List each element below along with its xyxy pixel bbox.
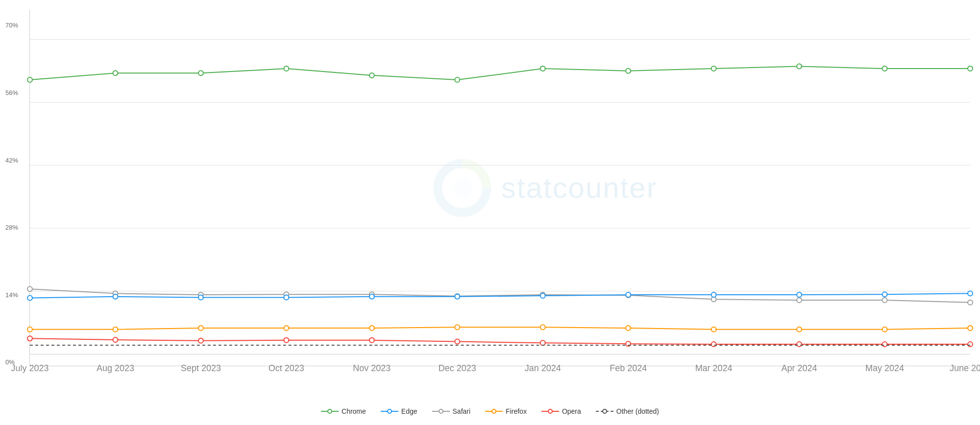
y-label-0: 0%: [5, 358, 15, 366]
svg-point-27: [626, 69, 631, 73]
svg-point-28: [711, 66, 716, 71]
svg-point-44: [27, 296, 32, 301]
legend-label-chrome: Chrome: [342, 407, 366, 415]
svg-point-47: [284, 295, 289, 300]
svg-point-54: [882, 292, 887, 297]
svg-point-30: [882, 66, 887, 71]
svg-point-49: [455, 294, 460, 299]
y-label-28: 28%: [5, 224, 18, 231]
legend-item-chrome: Chrome: [321, 407, 366, 415]
svg-point-69: [113, 337, 118, 342]
legend-label-opera: Opera: [562, 407, 581, 415]
svg-point-51: [626, 292, 631, 297]
svg-point-26: [540, 66, 545, 71]
svg-point-23: [284, 66, 289, 71]
svg-point-41: [797, 298, 802, 303]
chart-area: statcounter July 2023Aug 2023Sept 2023Oc…: [29, 10, 970, 366]
svg-point-57: [113, 327, 118, 332]
chart-svg: July 2023Aug 2023Sept 2023Oct 2023Nov 20…: [30, 10, 970, 366]
svg-point-65: [797, 327, 802, 332]
svg-text:Oct 2023: Oct 2023: [269, 363, 304, 373]
svg-text:Aug 2023: Aug 2023: [97, 363, 134, 373]
svg-point-52: [711, 292, 716, 297]
svg-point-24: [369, 73, 374, 78]
legend-item-safari: Safari: [432, 407, 471, 415]
y-label-42: 42%: [5, 156, 18, 164]
svg-point-60: [369, 326, 374, 331]
svg-point-21: [113, 71, 118, 75]
svg-point-32: [27, 286, 32, 291]
legend-label-firefox: Firefox: [506, 407, 527, 415]
svg-point-58: [198, 326, 203, 331]
y-label-70: 70%: [5, 22, 18, 29]
legend-item-other: Other (dotted): [596, 407, 659, 415]
svg-point-77: [797, 342, 802, 347]
legend-item-opera: Opera: [541, 407, 581, 415]
svg-text:Apr 2024: Apr 2024: [782, 363, 817, 373]
svg-point-20: [27, 77, 32, 82]
svg-point-78: [882, 342, 887, 347]
svg-text:Nov 2023: Nov 2023: [353, 363, 391, 373]
svg-point-76: [711, 342, 716, 347]
svg-point-55: [968, 291, 973, 296]
svg-point-64: [711, 327, 716, 332]
legend-item-firefox: Firefox: [485, 407, 527, 415]
svg-text:Jan 2024: Jan 2024: [525, 363, 561, 373]
svg-text:May 2024: May 2024: [865, 363, 904, 373]
svg-point-68: [27, 336, 32, 341]
svg-text:Mar 2024: Mar 2024: [695, 363, 733, 373]
svg-point-22: [198, 71, 203, 75]
svg-point-45: [113, 294, 118, 299]
svg-point-74: [540, 340, 545, 345]
svg-point-79: [968, 342, 973, 347]
svg-point-56: [27, 327, 32, 332]
svg-point-66: [882, 327, 887, 332]
svg-text:Feb 2024: Feb 2024: [610, 363, 647, 373]
svg-point-43: [968, 300, 973, 305]
legend: ChromeEdgeSafariFirefoxOperaOther (dotte…: [0, 407, 980, 415]
svg-point-72: [369, 338, 374, 343]
svg-point-42: [882, 298, 887, 303]
svg-point-46: [198, 295, 203, 300]
svg-point-53: [797, 292, 802, 297]
svg-text:June 2024: June 2024: [950, 363, 980, 373]
svg-point-59: [284, 326, 289, 331]
y-label-56: 56%: [5, 89, 18, 96]
chart-container: statcounter July 2023Aug 2023Sept 2023Oc…: [0, 0, 980, 425]
svg-text:Sept 2023: Sept 2023: [181, 363, 221, 373]
svg-point-61: [455, 325, 460, 330]
svg-text:Dec 2023: Dec 2023: [439, 363, 476, 373]
legend-item-edge: Edge: [381, 407, 417, 415]
svg-point-67: [968, 326, 973, 331]
svg-point-71: [284, 338, 289, 343]
legend-label-other: Other (dotted): [616, 407, 659, 415]
svg-point-62: [540, 325, 545, 330]
svg-point-63: [626, 326, 631, 331]
svg-point-50: [540, 293, 545, 298]
svg-point-73: [455, 339, 460, 344]
svg-point-31: [968, 66, 973, 71]
legend-label-edge: Edge: [401, 407, 417, 415]
legend-label-safari: Safari: [453, 407, 471, 415]
y-label-14: 14%: [5, 291, 18, 298]
svg-point-29: [797, 64, 802, 69]
svg-point-70: [198, 338, 203, 343]
svg-point-48: [369, 294, 374, 299]
svg-text:July 2023: July 2023: [11, 363, 49, 373]
svg-point-25: [455, 77, 460, 82]
